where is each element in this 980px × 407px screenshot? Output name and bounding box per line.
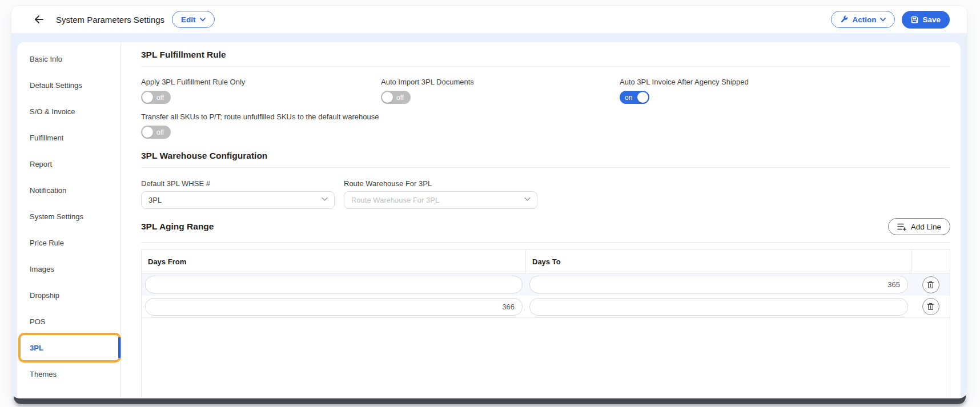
toggle-field-transfer-skus: Transfer all SKUs to P/T; route unfulfil… (141, 112, 950, 139)
section-title-warehouse-config: 3PL Warehouse Configuration (141, 151, 950, 168)
toggle-state-text: on (625, 94, 632, 102)
chevron-down-icon (322, 197, 328, 202)
toggle-label: Auto 3PL Invoice After Agency Shipped (620, 78, 950, 86)
chevron-down-icon (524, 197, 531, 202)
sidebar-item[interactable]: Themes (17, 361, 121, 387)
sidebar-item[interactable]: Price Rule (17, 229, 121, 256)
toggle-row-1: Apply 3PL Fulfillment Rule Only off Auto… (141, 78, 950, 104)
toggle-state-text: off (396, 94, 404, 102)
route-warehouse-field: Route Warehouse For 3PL Route Warehouse … (344, 179, 537, 209)
sidebar-item-label: Notification (30, 186, 66, 195)
topbar-actions: Action Save (831, 11, 950, 29)
days-to-cell (526, 298, 911, 316)
aging-table-body (142, 273, 950, 318)
delete-row-button[interactable] (922, 276, 939, 293)
days-from-cell (142, 298, 526, 316)
delete-row-button[interactable] (922, 298, 939, 315)
save-floppy-icon (911, 16, 918, 23)
sidebar-item[interactable]: Basic Info (17, 46, 121, 72)
edit-dropdown-button[interactable]: Edit (172, 11, 215, 28)
column-header-actions (911, 250, 950, 273)
add-line-button[interactable]: Add Line (888, 218, 950, 235)
select-label: Route Warehouse For 3PL (344, 179, 537, 188)
select-value: Route Warehouse For 3PL (351, 196, 439, 204)
sidebar-item[interactable]: S/O & Invoice (17, 98, 121, 124)
aging-table-row (142, 296, 950, 318)
row-actions-cell (911, 298, 950, 315)
toggle-switch[interactable]: on (620, 91, 649, 104)
default-3pl-whse-select[interactable]: 3PL (141, 191, 335, 209)
action-label: Action (852, 15, 876, 24)
toggle-knob (637, 92, 648, 103)
aging-table-row (142, 273, 950, 296)
top-bar: System Parameters Settings Edit Action (11, 6, 967, 33)
settings-sidebar: Basic Info Default Settings S/O & Invoic… (17, 42, 121, 398)
row-actions-cell (911, 276, 950, 293)
sidebar-item-label: System Settings (30, 212, 83, 221)
save-button[interactable]: Save (902, 11, 950, 29)
toggle-state-text: off (156, 128, 164, 136)
route-warehouse-select[interactable]: Route Warehouse For 3PL (344, 191, 537, 209)
days-from-cell (142, 276, 526, 293)
add-line-label: Add Line (911, 223, 941, 231)
sidebar-item[interactable]: Notification (17, 177, 121, 203)
chevron-down-icon (200, 18, 206, 22)
toggle-knob (142, 92, 153, 103)
toggle-switch[interactable]: off (381, 91, 411, 104)
sidebar-item[interactable]: Default Settings (17, 72, 121, 98)
back-arrow-icon (33, 14, 45, 25)
active-indicator-bar (118, 337, 121, 358)
sidebar-item-label: POS (30, 317, 45, 326)
toggle-switch[interactable]: off (141, 126, 171, 139)
days-to-input[interactable] (529, 298, 908, 316)
sidebar-item[interactable]: Dropship (17, 282, 121, 308)
action-dropdown-button[interactable]: Action (831, 11, 895, 28)
column-header-days-to: Days To (526, 250, 911, 273)
sidebar-item-active[interactable]: 3PL (17, 335, 121, 361)
aging-range-table: Days From Days To (141, 249, 950, 398)
sidebar-item-label: S/O & Invoice (30, 107, 75, 116)
sidebar-item-label: Images (30, 265, 54, 273)
trash-icon (927, 303, 934, 311)
chevron-down-icon (880, 18, 886, 22)
select-label: Default 3PL WHSE # (141, 179, 335, 188)
toggle-label: Auto Import 3PL Documents (381, 78, 620, 86)
sidebar-item[interactable]: Images (17, 256, 121, 282)
app-window: System Parameters Settings Edit Action (11, 6, 967, 398)
aging-range-header: 3PL Aging Range Add Line (141, 218, 950, 243)
toggle-knob (382, 92, 393, 103)
sidebar-item[interactable]: System Settings (17, 203, 121, 229)
sidebar-item-label: Dropship (30, 291, 59, 300)
body-background: Basic Info Default Settings S/O & Invoic… (11, 33, 967, 398)
page-title: System Parameters Settings (56, 15, 164, 25)
sidebar-item[interactable]: POS (17, 308, 121, 335)
toggle-state-text: off (156, 94, 164, 102)
sidebar-item-label: Fulfillment (30, 134, 63, 142)
toggle-knob (142, 127, 153, 138)
section-title-fulfillment-rule: 3PL Fulfillment Rule (141, 50, 950, 67)
section-title-aging-range: 3PL Aging Range (141, 221, 214, 232)
aging-table-header: Days From Days To (142, 250, 950, 273)
days-from-input[interactable] (145, 276, 523, 293)
sidebar-item-label: Default Settings (30, 81, 82, 90)
days-to-input[interactable] (529, 276, 908, 293)
back-button[interactable] (31, 12, 46, 27)
toggle-switch[interactable]: off (141, 91, 171, 104)
trash-icon (927, 281, 934, 289)
warehouse-config-fields: Default 3PL WHSE # 3PL Route Warehouse F… (141, 179, 950, 209)
toggle-label: Apply 3PL Fulfillment Rule Only (141, 78, 381, 86)
toggle-field-apply-3pl-rule: Apply 3PL Fulfillment Rule Only off (141, 78, 381, 104)
days-from-input[interactable] (145, 298, 523, 316)
save-label: Save (922, 15, 941, 24)
sidebar-item-label: 3PL (30, 344, 43, 352)
sidebar-item[interactable]: Fulfillment (17, 124, 121, 151)
settings-content: 3PL Fulfillment Rule Apply 3PL Fulfillme… (121, 42, 961, 398)
sidebar-item[interactable]: Report (17, 151, 121, 177)
toggle-field-auto-import-docs: Auto Import 3PL Documents off (381, 78, 620, 104)
main-panel: Basic Info Default Settings S/O & Invoic… (17, 42, 961, 398)
sidebar-item-label: Basic Info (30, 55, 62, 63)
default-3pl-whse-field: Default 3PL WHSE # 3PL (141, 179, 335, 209)
toggle-label: Transfer all SKUs to P/T; route unfulfil… (141, 112, 950, 121)
select-value: 3PL (148, 196, 162, 204)
add-line-icon (897, 223, 906, 231)
